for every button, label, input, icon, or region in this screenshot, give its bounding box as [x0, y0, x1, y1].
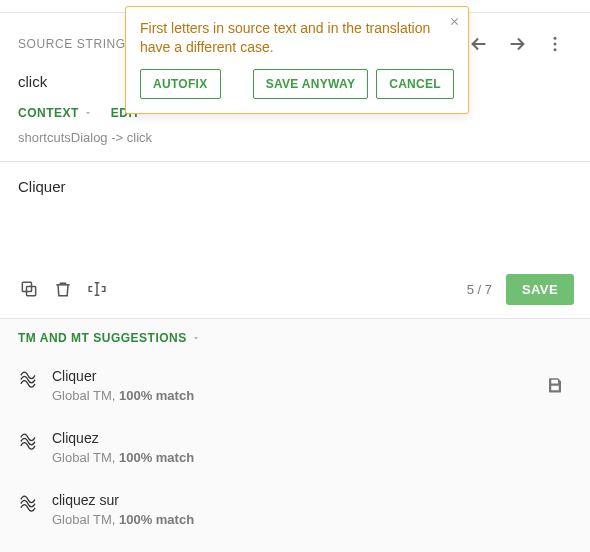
- translation-area: [0, 162, 590, 262]
- context-path: shortcutsDialog -> click: [0, 126, 590, 162]
- chevron-down-icon: [191, 333, 201, 343]
- close-icon: [449, 16, 460, 27]
- arrow-right-icon: [506, 33, 528, 55]
- kebab-icon: [545, 34, 565, 54]
- svg-point-0: [554, 37, 557, 40]
- tm-header-label: TM AND MT SUGGESTIONS: [18, 331, 187, 345]
- next-button[interactable]: [500, 27, 534, 61]
- copy-source-button[interactable]: [12, 272, 46, 306]
- case-warning-dialog: First letters in source text and in the …: [125, 6, 469, 114]
- translation-input[interactable]: [18, 178, 572, 248]
- tm-icon: [18, 369, 38, 389]
- tm-suggestions-header[interactable]: TM AND MT SUGGESTIONS: [0, 319, 590, 355]
- suggestion-text: Cliquer: [52, 368, 524, 384]
- context-label: CONTEXT: [18, 106, 79, 120]
- tm-icon: [18, 431, 38, 451]
- svg-point-2: [554, 48, 557, 51]
- tm-suggestion[interactable]: Cliquez Global TM, 100% match: [0, 417, 590, 479]
- nav-controls: [462, 27, 572, 61]
- autofix-button[interactable]: AUTOFIX: [140, 69, 221, 99]
- context-dropdown[interactable]: CONTEXT: [18, 106, 93, 120]
- suggestion-meta: Global TM, 100% match: [52, 388, 524, 403]
- trash-icon: [53, 279, 73, 299]
- save-anyway-button[interactable]: SAVE ANYWAY: [253, 69, 369, 99]
- dialog-close-button[interactable]: [445, 12, 463, 30]
- suggestion-text: cliquez sur: [52, 492, 572, 508]
- tm-suggestion[interactable]: cliquez sur Global TM, 100% match: [0, 479, 590, 541]
- insert-placeholder-button[interactable]: [80, 272, 114, 306]
- cancel-button[interactable]: CANCEL: [376, 69, 454, 99]
- more-menu-button[interactable]: [538, 27, 572, 61]
- editor-toolbar: 5 / 7 SAVE: [0, 262, 590, 319]
- dialog-message: First letters in source text and in the …: [140, 19, 454, 69]
- suggestion-meta: Global TM, 100% match: [52, 450, 572, 465]
- source-string-label: SOURCE STRING: [18, 37, 126, 51]
- progress-counter: 5 / 7: [467, 282, 492, 297]
- suggestion-text: Cliquez: [52, 430, 572, 446]
- tm-icon: [18, 493, 38, 513]
- apply-suggestion-button[interactable]: [538, 368, 572, 402]
- tm-suggestion[interactable]: Cliquer Global TM, 100% match: [0, 355, 590, 417]
- chevron-down-icon: [83, 108, 93, 118]
- save-icon: [546, 376, 564, 394]
- suggestion-meta: Global TM, 100% match: [52, 512, 572, 527]
- placeholder-icon: [86, 279, 108, 299]
- clear-button[interactable]: [46, 272, 80, 306]
- svg-point-1: [554, 43, 557, 46]
- copy-icon: [19, 279, 39, 299]
- save-button[interactable]: SAVE: [506, 274, 574, 305]
- arrow-left-icon: [468, 33, 490, 55]
